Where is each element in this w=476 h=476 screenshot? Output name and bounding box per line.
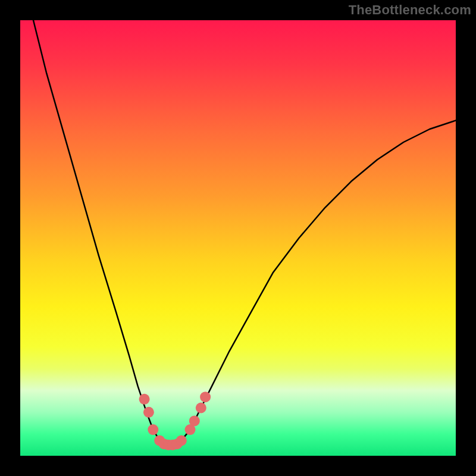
highlight-point — [200, 392, 211, 402]
chart-plot-area — [20, 20, 456, 456]
highlight-point — [139, 394, 150, 405]
highlight-point — [143, 407, 154, 418]
watermark-text: TheBottleneck.com — [349, 2, 471, 18]
gradient-background — [20, 20, 456, 456]
highlight-point — [196, 403, 206, 414]
highlight-point — [176, 435, 187, 446]
bottleneck-chart — [20, 20, 456, 456]
highlight-point — [148, 424, 158, 435]
chart-frame: TheBottleneck.com — [0, 0, 476, 476]
highlight-point — [189, 415, 200, 426]
